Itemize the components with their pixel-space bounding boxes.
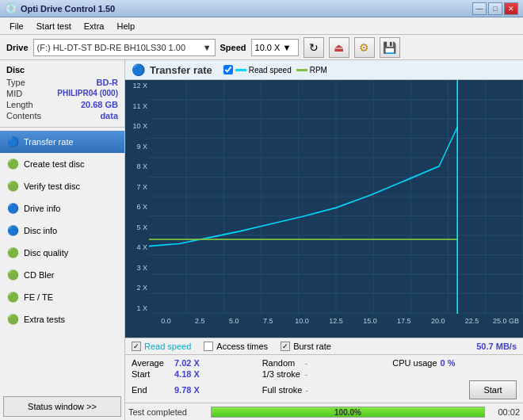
menu-start-test[interactable]: Start test [30, 20, 78, 32]
refresh-button[interactable]: ↻ [303, 37, 324, 58]
nav-transfer-rate-label: Transfer rate [24, 137, 74, 147]
chart-header-icon: 🔵 [132, 63, 145, 76]
nav-transfer-rate[interactable]: 🔵 Transfer rate [0, 131, 124, 153]
read-speed-checkbox-item[interactable]: ✓ Read speed [132, 342, 191, 351]
start-val: 4.18 X [174, 369, 206, 379]
average-row: Average 7.02 X [132, 358, 256, 368]
access-times-cb[interactable] [204, 342, 213, 351]
y-label-8: 8 X [125, 162, 149, 170]
stats-section: Average 7.02 X Random - CPU usage 0 % St… [125, 355, 523, 403]
nav-extra-tests[interactable]: 🟢 Extra tests [0, 308, 124, 330]
title-icon: 💿 [5, 2, 17, 14]
maximize-button[interactable]: □ [488, 2, 502, 15]
disc-type-key: Type [6, 78, 25, 87]
checkboxes-bar: ✓ Read speed Access times ✓ Burst rate 5… [125, 338, 523, 355]
cpu-key: CPU usage [392, 358, 437, 368]
cpu-usage-row: CPU usage 0 % [392, 358, 517, 368]
full-stroke-val: - [305, 385, 308, 395]
burst-rate-checkbox-item[interactable]: ✓ Burst rate [281, 342, 331, 351]
read-speed-checkbox[interactable] [223, 65, 233, 74]
create-disc-icon: 🟢 [6, 158, 19, 170]
disc-length-val: 20.68 GB [81, 100, 118, 109]
menu-file[interactable]: File [3, 20, 30, 32]
chart-area: 12 X 11 X 10 X 9 X 8 X 7 X 6 X 5 X 4 X 3… [125, 80, 523, 338]
nav-extra-tests-label: Extra tests [24, 315, 65, 324]
drive-label: Drive [6, 43, 29, 52]
disc-contents-row: Contents data [6, 111, 118, 120]
x-axis-labels: 0.0 2.5 5.0 7.5 10.0 12.5 15.0 17.5 20.0… [149, 314, 523, 338]
drive-value: (F:) HL-DT-ST BD-RE BH10LS30 1.00 [37, 43, 185, 52]
access-times-checkbox-item[interactable]: Access times [204, 342, 268, 351]
start-btn-placeholder [392, 369, 517, 379]
y-label-1: 1 X [125, 304, 149, 312]
disc-type-val: BD-R [97, 78, 119, 87]
speed-value: 10.0 X ▼ [255, 43, 292, 52]
save-button[interactable]: 💾 [380, 37, 400, 58]
nav-disc-quality[interactable]: 🟢 Disc quality [0, 242, 124, 264]
y-label-11: 11 X [125, 102, 149, 110]
y-label-3: 3 X [125, 264, 149, 272]
menu-help[interactable]: Help [110, 20, 141, 32]
x-label-125: 12.5 [319, 317, 353, 325]
speed-label: Speed [220, 43, 246, 52]
progress-bar: 100.0% [211, 407, 485, 418]
nav-create-test-disc[interactable]: 🟢 Create test disc [0, 153, 124, 175]
one-third-key: 1/3 stroke [262, 369, 302, 379]
disc-contents-key: Contents [6, 111, 41, 120]
nav-fe-te[interactable]: 🟢 FE / TE [0, 286, 124, 308]
nav-drive-info[interactable]: 🔵 Drive info [0, 197, 124, 220]
end-row: End 9.78 X [132, 380, 256, 399]
nav-disc-info[interactable]: 🔵 Disc info [0, 220, 124, 242]
fe-te-icon: 🟢 [6, 291, 19, 304]
average-key: Average [132, 358, 171, 368]
y-label-5: 5 X [125, 223, 149, 231]
extra-tests-icon: 🟢 [6, 313, 19, 326]
menu-extra[interactable]: Extra [78, 20, 111, 32]
random-val: - [305, 358, 308, 368]
average-val: 7.02 X [174, 358, 206, 368]
full-stroke-key: Full stroke [262, 385, 303, 395]
x-label-225: 22.5 [455, 317, 489, 325]
nav-verify-disc-label: Verify test disc [24, 181, 80, 191]
burst-rate-value: 50.7 MB/s [476, 342, 517, 351]
verify-disc-icon: 🟢 [6, 180, 19, 193]
disc-title: Disc [6, 65, 118, 74]
timer: 00:02 [488, 407, 520, 417]
burst-rate-cb-label: Burst rate [293, 342, 331, 351]
options-button[interactable]: ⚙ [354, 37, 375, 58]
x-label-25gb: 25.0 GB [489, 317, 523, 325]
drive-select[interactable]: (F:) HL-DT-ST BD-RE BH10LS30 1.00 ▼ [33, 39, 216, 56]
y-label-9: 9 X [125, 143, 149, 151]
main-layout: Disc Type BD-R MID PHILIPR04 (000) Lengt… [0, 60, 523, 420]
nav-create-disc-label: Create test disc [24, 159, 84, 169]
speed-select[interactable]: 10.0 X ▼ [251, 39, 299, 56]
legend-rpm-label: RPM [310, 66, 327, 74]
nav-cd-bler[interactable]: 🟢 CD Bler [0, 264, 124, 286]
status-window-button[interactable]: Status window >> [3, 396, 121, 417]
read-speed-cb[interactable]: ✓ [132, 342, 141, 351]
y-label-2: 2 X [125, 284, 149, 292]
start-button[interactable]: Start [469, 380, 517, 399]
disc-mid-row: MID PHILIPR04 (000) [6, 89, 118, 98]
burst-rate-cb[interactable]: ✓ [281, 342, 290, 351]
chart-title: Transfer rate [150, 64, 212, 76]
disc-info-icon: 🔵 [6, 224, 19, 237]
x-label-15: 15.0 [353, 317, 387, 325]
nav-disc-info-label: Disc info [24, 226, 57, 235]
x-label-10: 10.0 [285, 317, 319, 325]
start-btn-label: Start [483, 385, 502, 395]
nav-disc-quality-label: Disc quality [24, 248, 68, 258]
x-label-175: 17.5 [387, 317, 421, 325]
status-bar: Test completed 100.0% 00:02 [125, 403, 523, 420]
legend-read-label: Read speed [249, 66, 292, 74]
eject-button[interactable]: ⏏ [329, 37, 349, 58]
cpu-val: 0 % [441, 358, 472, 368]
progress-text: 100.0% [334, 407, 361, 416]
legend-rpm: RPM [296, 66, 327, 74]
nav-drive-info-label: Drive info [24, 204, 60, 213]
nav-verify-test-disc[interactable]: 🟢 Verify test disc [0, 175, 124, 197]
minimize-button[interactable]: — [472, 2, 487, 15]
disc-mid-val: PHILIPR04 (000) [57, 89, 118, 98]
legend-read-speed: Read speed [223, 65, 292, 74]
close-button[interactable]: ✕ [504, 2, 518, 15]
